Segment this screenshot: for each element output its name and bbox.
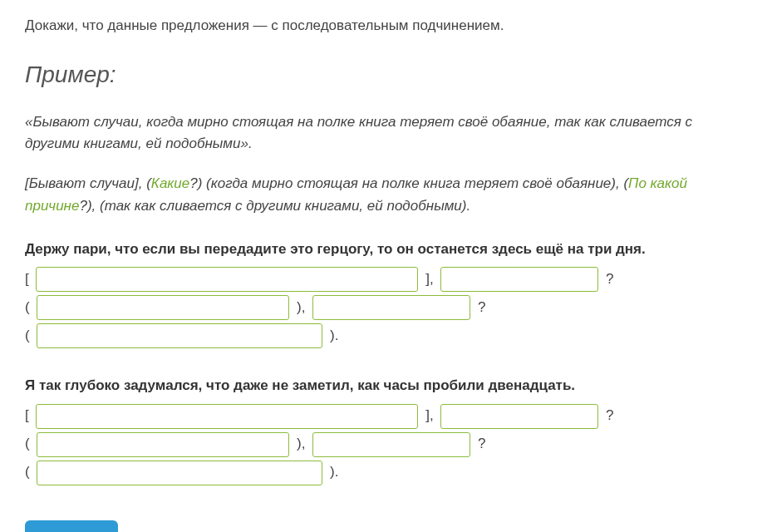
fill-line: ( ), ? <box>25 295 747 320</box>
task-block: Держу пари, что если вы передадите это г… <box>25 239 747 348</box>
fill-line: [ ], ? <box>25 404 747 429</box>
bracket-text: ), <box>293 297 309 318</box>
bracket-text: ( <box>25 325 33 347</box>
task-block: Я так глубоко задумался, что даже не зам… <box>25 375 747 485</box>
bracket-text: ? <box>602 268 613 290</box>
bracket-text: [ <box>25 405 32 426</box>
question-input[interactable] <box>312 295 470 320</box>
fill-line: [ ], ? <box>25 267 747 292</box>
example-heading: Пример: <box>25 62 747 88</box>
instruction-text: Докажи, что данные предложения — с после… <box>25 15 747 37</box>
task-sentence: Я так глубоко задумался, что даже не зам… <box>25 375 747 397</box>
clause-input[interactable] <box>37 461 322 485</box>
clause-input[interactable] <box>37 323 322 348</box>
exercise-page: Докажи, что данные предложения — с после… <box>0 15 772 532</box>
bracket-text: ? <box>602 405 613 426</box>
bracket-text: ), <box>293 433 309 455</box>
schema-highlight: Какие <box>151 175 189 191</box>
bracket-text: ). <box>326 461 338 483</box>
bracket-text: ( <box>25 297 33 318</box>
question-input[interactable] <box>312 432 470 457</box>
clause-input[interactable] <box>37 432 289 457</box>
fill-line: ( ). <box>25 323 747 348</box>
bracket-text: ], <box>421 405 437 426</box>
schema-text: [Бывают случаи], ( <box>25 175 151 191</box>
bracket-text: ? <box>474 297 485 318</box>
bracket-text: ( <box>25 433 33 455</box>
bracket-text: ? <box>474 433 485 455</box>
bracket-text: [ <box>25 268 32 290</box>
question-input[interactable] <box>440 267 598 292</box>
bracket-text: ( <box>25 461 33 483</box>
schema-text: ?), (так как сливается с другими книгами… <box>79 198 470 214</box>
fill-line: ( ), ? <box>25 432 747 457</box>
fill-line: ( ). <box>25 461 747 485</box>
example-schema: [Бывают случаи], (Какие?) (когда мирно с… <box>25 173 747 217</box>
clause-input[interactable] <box>36 404 418 429</box>
question-input[interactable] <box>440 404 598 429</box>
bracket-text: ], <box>421 268 437 290</box>
example-quote: «Бывают случаи, когда мирно стоящая на п… <box>25 111 747 155</box>
clause-input[interactable] <box>36 267 418 292</box>
task-sentence: Держу пари, что если вы передадите это г… <box>25 239 747 260</box>
answer-button[interactable]: Ответить! <box>25 520 118 532</box>
bracket-text: ). <box>326 325 338 347</box>
schema-text: ?) (когда мирно стоящая на полке книга т… <box>189 175 628 191</box>
clause-input[interactable] <box>37 295 289 320</box>
